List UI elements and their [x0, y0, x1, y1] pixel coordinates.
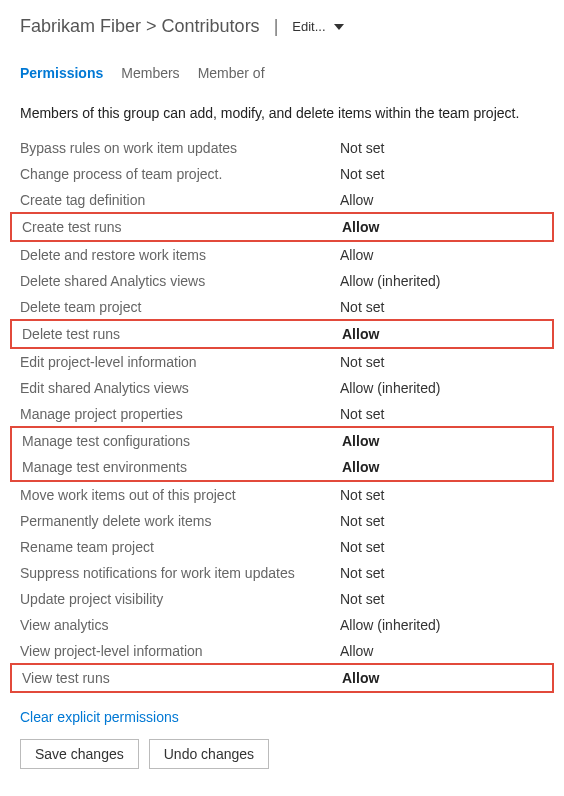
permission-row: Manage project propertiesNot set: [10, 401, 554, 427]
permission-label[interactable]: Permanently delete work items: [20, 513, 340, 529]
permission-value[interactable]: Not set: [340, 354, 384, 370]
permission-row: View project-level informationAllow: [10, 638, 554, 664]
permission-value[interactable]: Allow: [342, 433, 379, 449]
permission-row: Delete and restore work itemsAllow: [10, 242, 554, 268]
permission-value[interactable]: Allow (inherited): [340, 617, 440, 633]
permission-value[interactable]: Not set: [340, 166, 384, 182]
permission-value[interactable]: Allow: [340, 247, 373, 263]
button-row: Save changes Undo changes: [0, 735, 564, 789]
permission-row: Suppress notifications for work item upd…: [10, 560, 554, 586]
permission-row: Permanently delete work itemsNot set: [10, 508, 554, 534]
breadcrumb: Fabrikam Fiber > Contributors: [20, 16, 260, 37]
permission-label[interactable]: Rename team project: [20, 539, 340, 555]
permission-row: Delete test runsAllow: [12, 321, 552, 347]
permission-value[interactable]: Allow: [342, 219, 379, 235]
permission-label[interactable]: Suppress notifications for work item upd…: [20, 565, 340, 581]
permission-label[interactable]: Update project visibility: [20, 591, 340, 607]
permission-label[interactable]: Manage test configurations: [22, 433, 342, 449]
permission-row: Edit project-level informationNot set: [10, 349, 554, 375]
permission-label[interactable]: Manage project properties: [20, 406, 340, 422]
permission-label[interactable]: Delete test runs: [22, 326, 342, 342]
permission-value[interactable]: Not set: [340, 406, 384, 422]
permission-label[interactable]: Create tag definition: [20, 192, 340, 208]
permission-row: View analyticsAllow (inherited): [10, 612, 554, 638]
permission-value[interactable]: Not set: [340, 513, 384, 529]
permission-row: Delete team projectNot set: [10, 294, 554, 320]
breadcrumb-sep: >: [146, 16, 157, 36]
permission-row: Update project visibilityNot set: [10, 586, 554, 612]
permission-label[interactable]: Create test runs: [22, 219, 342, 235]
permission-row: Create tag definitionAllow: [10, 187, 554, 213]
undo-button[interactable]: Undo changes: [149, 739, 269, 769]
tab-members[interactable]: Members: [121, 65, 179, 85]
permission-row: Rename team projectNot set: [10, 534, 554, 560]
permission-value[interactable]: Not set: [340, 140, 384, 156]
permission-label[interactable]: View test runs: [22, 670, 342, 686]
permission-value[interactable]: Allow: [342, 326, 379, 342]
permission-row: Manage test configurationsAllow: [12, 428, 552, 454]
permission-label[interactable]: Edit shared Analytics views: [20, 380, 340, 396]
permission-value[interactable]: Allow: [340, 643, 373, 659]
permission-label[interactable]: Change process of team project.: [20, 166, 340, 182]
edit-button-label: Edit...: [292, 19, 325, 34]
tabs: Permissions Members Member of: [0, 47, 564, 91]
tab-member-of[interactable]: Member of: [198, 65, 265, 85]
permission-value[interactable]: Not set: [340, 539, 384, 555]
permission-label[interactable]: View project-level information: [20, 643, 340, 659]
permission-value[interactable]: Allow: [342, 459, 379, 475]
permission-row: Bypass rules on work item updatesNot set: [10, 135, 554, 161]
permission-value[interactable]: Allow (inherited): [340, 273, 440, 289]
permission-row: Manage test environmentsAllow: [12, 454, 552, 480]
permission-row: View test runsAllow: [12, 665, 552, 691]
tab-permissions[interactable]: Permissions: [20, 65, 103, 85]
permission-label[interactable]: View analytics: [20, 617, 340, 633]
header: Fabrikam Fiber > Contributors | Edit...: [0, 0, 564, 47]
permission-label[interactable]: Edit project-level information: [20, 354, 340, 370]
permission-value[interactable]: Allow: [340, 192, 373, 208]
group-description: Members of this group can add, modify, a…: [0, 91, 564, 131]
permission-value[interactable]: Not set: [340, 299, 384, 315]
permission-value[interactable]: Not set: [340, 487, 384, 503]
permission-value[interactable]: Not set: [340, 565, 384, 581]
permission-label[interactable]: Bypass rules on work item updates: [20, 140, 340, 156]
permission-row: Delete shared Analytics viewsAllow (inhe…: [10, 268, 554, 294]
permission-label[interactable]: Delete shared Analytics views: [20, 273, 340, 289]
permissions-list: Bypass rules on work item updatesNot set…: [0, 131, 564, 693]
permission-value[interactable]: Allow (inherited): [340, 380, 440, 396]
clear-permissions-link[interactable]: Clear explicit permissions: [0, 693, 564, 735]
save-button[interactable]: Save changes: [20, 739, 139, 769]
breadcrumb-group[interactable]: Contributors: [162, 16, 260, 36]
header-divider: |: [274, 16, 279, 37]
chevron-down-icon: [334, 24, 344, 30]
permission-row: Create test runsAllow: [12, 214, 552, 240]
breadcrumb-project[interactable]: Fabrikam Fiber: [20, 16, 141, 36]
permission-label[interactable]: Delete and restore work items: [20, 247, 340, 263]
permission-label[interactable]: Move work items out of this project: [20, 487, 340, 503]
permission-row: Edit shared Analytics viewsAllow (inheri…: [10, 375, 554, 401]
permission-row: Move work items out of this projectNot s…: [10, 482, 554, 508]
permission-label[interactable]: Manage test environments: [22, 459, 342, 475]
permission-value[interactable]: Not set: [340, 591, 384, 607]
permission-value[interactable]: Allow: [342, 670, 379, 686]
permission-label[interactable]: Delete team project: [20, 299, 340, 315]
edit-button[interactable]: Edit...: [292, 19, 343, 34]
permission-row: Change process of team project.Not set: [10, 161, 554, 187]
